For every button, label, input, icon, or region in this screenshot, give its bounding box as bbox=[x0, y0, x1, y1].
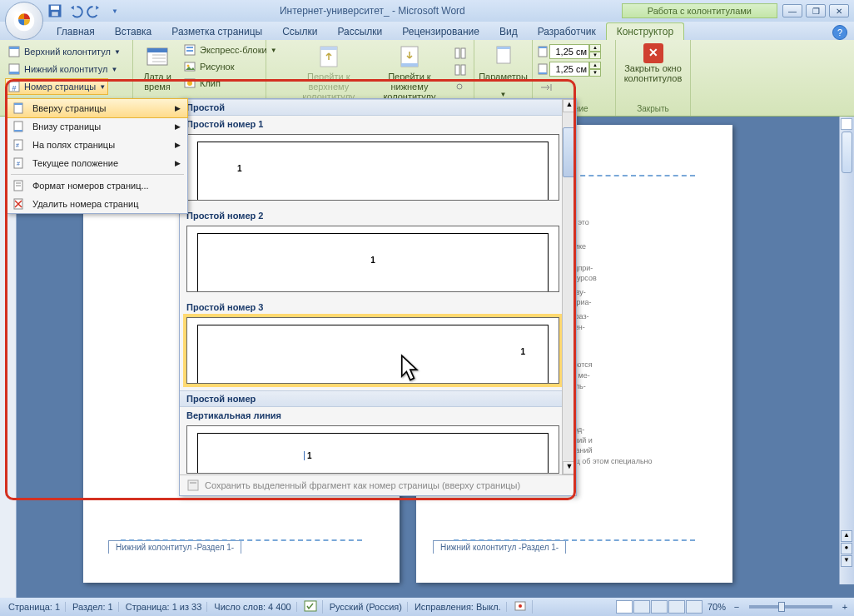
tab-design[interactable]: Конструктор bbox=[606, 22, 684, 40]
view-web[interactable] bbox=[651, 600, 668, 614]
options-icon bbox=[490, 43, 517, 70]
view-full-screen[interactable] bbox=[633, 600, 650, 614]
tab-developer[interactable]: Разработчик bbox=[528, 23, 606, 40]
nav-opt1[interactable] bbox=[450, 45, 470, 62]
zoom-slider[interactable] bbox=[749, 605, 832, 609]
svg-text:#: # bbox=[16, 142, 19, 148]
tab-review[interactable]: Рецензирование bbox=[392, 23, 489, 40]
gallery-item-2[interactable]: 1 bbox=[186, 226, 559, 292]
clip-icon bbox=[183, 77, 196, 90]
browse-select[interactable]: ● bbox=[841, 543, 852, 554]
quick-access-toolbar: ▼ bbox=[47, 2, 123, 19]
redo-icon[interactable] bbox=[87, 2, 103, 19]
remove-icon bbox=[12, 197, 25, 211]
zoom-level[interactable]: 70% bbox=[704, 602, 729, 612]
options-button[interactable]: Параметры▼ bbox=[478, 42, 529, 101]
status-track-changes[interactable]: Исправления: Выкл. bbox=[410, 602, 507, 612]
zoom-out[interactable]: − bbox=[731, 602, 742, 612]
menu-remove-page-numbers[interactable]: Удалить номера страниц bbox=[7, 195, 187, 213]
page-number-label: Номер страницы bbox=[24, 82, 96, 92]
footer-tab-2: Нижний колонтитул -Раздел 1- bbox=[433, 540, 566, 554]
close-header-footer-button[interactable]: ✕ Закрыть окно колонтитулов bbox=[619, 42, 687, 85]
view-draft[interactable] bbox=[686, 600, 703, 614]
format-icon bbox=[12, 179, 25, 192]
scroll-up-icon[interactable]: ▲ bbox=[563, 99, 576, 112]
svg-rect-23 bbox=[320, 47, 337, 50]
minimize-button[interactable]: — bbox=[782, 4, 802, 17]
ruler-toggle[interactable] bbox=[841, 118, 852, 130]
footer-pos-icon bbox=[536, 62, 549, 76]
tab-page-layout[interactable]: Разметка страницы bbox=[161, 23, 272, 40]
browse-prev[interactable]: ▲ bbox=[841, 530, 852, 542]
svg-rect-37 bbox=[14, 103, 22, 105]
browse-next[interactable]: ▼ bbox=[841, 555, 852, 567]
goto-header-icon bbox=[315, 43, 342, 70]
svg-rect-17 bbox=[186, 50, 193, 52]
tab-view[interactable]: Вид bbox=[489, 23, 528, 40]
view-outline[interactable] bbox=[668, 600, 685, 614]
tab-mailings[interactable]: Рассылки bbox=[327, 23, 392, 40]
header-position-input[interactable] bbox=[549, 44, 589, 59]
menu-top-of-page[interactable]: Вверху страницы▶ bbox=[7, 98, 188, 118]
scroll-thumb[interactable] bbox=[842, 132, 852, 173]
status-macro-icon[interactable] bbox=[509, 600, 533, 614]
picture-button[interactable]: Рисунок bbox=[180, 58, 281, 75]
status-page[interactable]: Страница: 1 bbox=[3, 602, 66, 612]
vertical-scrollbar[interactable]: ▲ ● ▼ bbox=[839, 117, 854, 584]
svg-text:#: # bbox=[12, 84, 16, 92]
bottom-page-icon bbox=[12, 120, 25, 133]
svg-rect-48 bbox=[188, 480, 198, 490]
date-time-button[interactable]: Дата и время bbox=[137, 42, 178, 93]
close-button[interactable]: ✕ bbox=[829, 4, 849, 17]
menu-page-margins[interactable]: # На полях страницы▶ bbox=[7, 136, 187, 154]
svg-rect-16 bbox=[186, 47, 193, 48]
quick-parts-button[interactable]: Экспресс-блоки ▼ bbox=[180, 42, 281, 58]
maximize-button[interactable]: ❐ bbox=[806, 4, 826, 17]
status-spell-icon[interactable] bbox=[299, 600, 323, 614]
tab-home[interactable]: Главная bbox=[47, 23, 105, 40]
footer-tab-1: Нижний колонтитул -Раздел 1- bbox=[108, 540, 241, 554]
gallery-scrollbar[interactable]: ▲ ▼ bbox=[562, 99, 576, 474]
undo-icon[interactable] bbox=[67, 2, 83, 19]
scroll-down-icon[interactable]: ▼ bbox=[563, 461, 576, 474]
menu-bottom-of-page[interactable]: Внизу страницы▶ bbox=[7, 117, 187, 136]
tab-insert[interactable]: Вставка bbox=[105, 23, 162, 40]
link-icon bbox=[454, 80, 467, 93]
goto-footer-button[interactable]: Перейти к нижнему колонтитулу bbox=[370, 42, 449, 103]
gallery-item-3-label: Простой номер 3 bbox=[180, 299, 576, 315]
gallery-item-4[interactable]: 1 bbox=[186, 425, 559, 474]
status-pages[interactable]: Страница: 1 из 33 bbox=[121, 602, 208, 612]
footer-position-input[interactable] bbox=[549, 62, 589, 77]
menu-format-page-numbers[interactable]: Формат номеров страниц... bbox=[7, 176, 187, 195]
status-section[interactable]: Раздел: 1 bbox=[67, 602, 119, 612]
help-button[interactable]: ? bbox=[832, 25, 847, 40]
page-number-dropdown[interactable]: # Номер страницы▼ bbox=[5, 78, 108, 95]
view-print-layout[interactable] bbox=[616, 600, 633, 614]
qat-dropdown-icon[interactable]: ▼ bbox=[107, 2, 123, 19]
header-dropdown[interactable]: Верхний колонтитул▼ bbox=[5, 43, 123, 60]
nav-opt2[interactable] bbox=[450, 62, 470, 78]
goto-header-button[interactable]: Перейти к верхнему колонтитулу bbox=[289, 42, 369, 103]
nav-opt3[interactable] bbox=[450, 78, 470, 95]
window-controls: — ❐ ✕ bbox=[782, 4, 849, 17]
menu-current-position[interactable]: # Текущее положение▶ bbox=[7, 154, 187, 172]
tab-references[interactable]: Ссылки bbox=[272, 23, 327, 40]
gallery-item-3[interactable]: 1 bbox=[186, 317, 559, 384]
footer-position-spinner[interactable]: ▲▼ bbox=[536, 62, 601, 77]
header-pos-icon bbox=[536, 45, 549, 58]
svg-rect-25 bbox=[401, 63, 418, 67]
zoom-in[interactable]: + bbox=[839, 602, 851, 612]
tab-icon bbox=[539, 81, 553, 94]
header-position-spinner[interactable]: ▲▼ bbox=[536, 44, 601, 59]
insert-alignment-tab[interactable] bbox=[536, 79, 556, 96]
office-button[interactable] bbox=[5, 2, 43, 40]
gallery-category-simple-number: Простой номер bbox=[180, 390, 576, 407]
status-language[interactable]: Русский (Россия) bbox=[325, 602, 408, 612]
save-icon[interactable] bbox=[47, 2, 63, 19]
status-words[interactable]: Число слов: 4 400 bbox=[209, 602, 296, 612]
clip-art-button[interactable]: Клип bbox=[180, 75, 281, 92]
footer-dropdown[interactable]: Нижний колонтитул▼ bbox=[5, 61, 120, 77]
ribbon-tabs: Главная Вставка Разметка страницы Ссылки… bbox=[0, 22, 854, 40]
gallery-scroll-thumb[interactable] bbox=[563, 127, 576, 177]
gallery-item-1[interactable]: 1 bbox=[186, 134, 559, 201]
